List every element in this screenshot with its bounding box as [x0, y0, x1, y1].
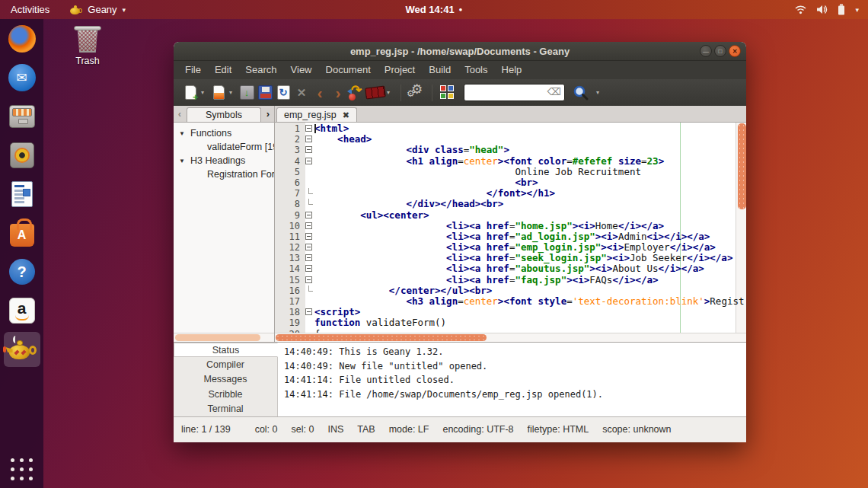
nav-forward-button[interactable]: › — [329, 82, 347, 104]
dock-item-files[interactable] — [4, 99, 40, 134]
title-bar[interactable]: emp_reg.jsp - /home/swap/Documents - Gea… — [174, 42, 746, 61]
tab-symbols[interactable]: Symbols — [187, 107, 261, 122]
save-button[interactable]: ↓ — [238, 82, 256, 104]
save-all-button[interactable] — [256, 82, 274, 104]
fold-marker[interactable] — [305, 263, 314, 274]
trash-shortcut[interactable]: Trash — [70, 26, 105, 66]
message-tab-status[interactable]: Status — [174, 343, 278, 357]
close-tab-icon[interactable]: ✖ — [343, 110, 349, 120]
editor: emp_reg.jsp ✖ 1<html>2 <head>3 <div clas… — [275, 106, 746, 342]
dock-item-rhythmbox[interactable] — [4, 138, 40, 173]
fold-marker[interactable] — [305, 123, 314, 134]
fold-marker[interactable] — [305, 231, 314, 242]
message-line: 14:40:49: This is Geany 1.32. — [284, 345, 740, 359]
fold-marker[interactable] — [305, 221, 314, 231]
menu-file[interactable]: File — [178, 61, 208, 79]
open-file-button[interactable] — [209, 82, 228, 104]
message-tab-scribble[interactable]: Scribble — [174, 387, 277, 401]
fold-marker[interactable] — [305, 145, 314, 155]
fold-marker[interactable] — [305, 156, 314, 167]
battery-icon — [838, 4, 845, 15]
build-button[interactable] — [365, 82, 385, 104]
scrollbar-thumb[interactable] — [175, 334, 260, 341]
new-file-dropdown[interactable]: ▾ — [201, 89, 204, 96]
app-menu[interactable]: Geany ▾ — [69, 4, 126, 15]
close-file-button[interactable]: ✕ — [292, 82, 311, 104]
activities-button[interactable]: Activities — [11, 4, 49, 15]
amazon-icon: a — [9, 298, 35, 324]
sidebar-hscrollbar[interactable] — [174, 333, 274, 342]
show-applications-button[interactable] — [11, 458, 33, 480]
sidebar: ‹ Symbols › ▼FunctionsvalidateForm [19]▼… — [174, 106, 275, 342]
code-line: 13 <li><a href="seek_login.jsp"><i>Job S… — [275, 253, 736, 263]
nav-back-button[interactable]: ‹ — [311, 82, 329, 104]
revert-button[interactable]: ↻ — [274, 82, 292, 104]
trash-icon — [74, 26, 101, 30]
find-button[interactable] — [572, 82, 590, 104]
fold-marker[interactable] — [305, 242, 314, 253]
message-tab-terminal[interactable]: Terminal — [174, 402, 277, 416]
clear-search-icon[interactable]: ⌫ — [547, 86, 561, 97]
close-file-icon: ✕ — [297, 86, 307, 100]
tree-item-label: Registration Form [1 — [207, 169, 274, 180]
files-icon — [9, 105, 35, 128]
code-line: 15 <li><a href="faq.jsp"><i>FAQs</i></a> — [275, 275, 736, 285]
minimize-button[interactable]: — — [700, 45, 712, 57]
open-file-dropdown[interactable]: ▾ — [229, 89, 232, 96]
tree-item[interactable]: Registration Form [1 — [174, 167, 274, 181]
clock[interactable]: Wed 14:41 ● — [406, 4, 463, 15]
dock-item-amazon[interactable]: a — [4, 293, 40, 328]
menu-tools[interactable]: Tools — [458, 61, 494, 79]
color-chooser-button[interactable] — [438, 82, 456, 104]
dock-item-geany[interactable] — [4, 332, 40, 367]
code-text: <br> — [314, 177, 538, 188]
fold-marker[interactable] — [305, 253, 314, 263]
build-dropdown[interactable]: ▾ — [387, 89, 390, 96]
new-file-button[interactable]: + — [181, 82, 199, 104]
execute-button[interactable]: ⚙⚙ — [407, 82, 426, 104]
tab-scroll-right-icon[interactable]: › — [262, 106, 274, 122]
menu-edit[interactable]: Edit — [208, 61, 238, 79]
tab-scroll-left-icon[interactable]: ‹ — [174, 106, 186, 122]
dock-item-libreoffice-writer[interactable] — [4, 177, 40, 212]
maximize-button[interactable]: □ — [714, 45, 726, 57]
scrollbar-thumb[interactable] — [738, 123, 746, 209]
expander-icon[interactable]: ▼ — [179, 158, 187, 164]
dock-item-firefox[interactable] — [4, 21, 40, 56]
fold-marker[interactable] — [305, 210, 314, 221]
editor-hscrollbar[interactable] — [275, 333, 746, 342]
fold-marker — [305, 317, 314, 328]
fold-marker[interactable] — [305, 275, 314, 285]
tree-item[interactable]: validateForm [19] — [174, 140, 274, 154]
code-viewport[interactable]: 1<html>2 <head>3 <div class="head">4 <h1… — [275, 123, 746, 333]
expander-icon[interactable]: ▼ — [179, 130, 187, 137]
dock-item-help[interactable]: ? — [4, 254, 40, 289]
code-text: <li><a href="seek_login.jsp"><i>Job Seek… — [314, 253, 732, 263]
message-tab-compiler[interactable]: Compiler — [174, 357, 277, 372]
menu-view[interactable]: View — [284, 61, 319, 79]
color-chooser-icon — [440, 85, 455, 100]
scrollbar-thumb[interactable] — [276, 334, 487, 341]
toolbar-overflow-dropdown[interactable]: ▾ — [596, 89, 599, 96]
line-number: 16 — [275, 285, 305, 296]
fold-marker — [305, 285, 314, 296]
tab-emp-reg-jsp[interactable]: emp_reg.jsp ✖ — [276, 107, 357, 122]
close-button[interactable]: ✕ — [729, 45, 741, 57]
message-tab-messages[interactable]: Messages — [174, 372, 277, 387]
fold-marker[interactable] — [305, 134, 314, 145]
menu-build[interactable]: Build — [422, 61, 458, 79]
menu-document[interactable]: Document — [319, 61, 378, 79]
statusbar-segment: encoding: UTF-8 — [442, 424, 513, 435]
menu-help[interactable]: Help — [495, 61, 529, 79]
compile-button[interactable]: ↷ — [347, 82, 365, 104]
menu-project[interactable]: Project — [378, 61, 422, 79]
dock-item-ubuntu-software[interactable]: A — [4, 215, 40, 250]
menu-search[interactable]: Search — [238, 61, 283, 79]
dock-item-thunderbird[interactable]: ✉ — [4, 60, 40, 95]
tree-item[interactable]: ▼H3 Headings — [174, 154, 274, 167]
system-tray[interactable]: ▾ — [795, 4, 868, 15]
fold-marker[interactable] — [305, 307, 314, 317]
save-icon: ↓ — [240, 85, 254, 100]
fold-marker — [305, 167, 314, 177]
tree-item[interactable]: ▼Functions — [174, 126, 274, 140]
